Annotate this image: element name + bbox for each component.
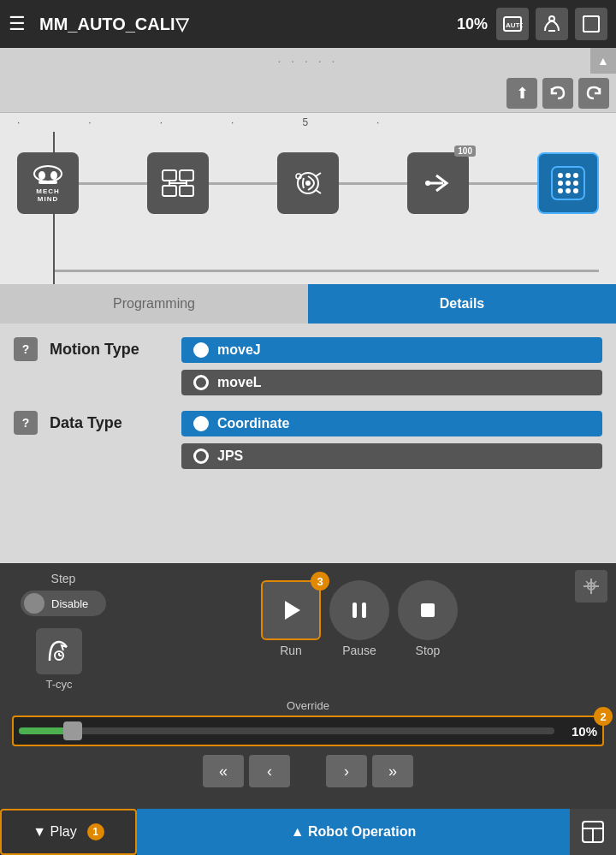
timeline-bottom-line: [53, 270, 599, 272]
svg-rect-47: [362, 603, 366, 618]
svg-point-31: [558, 181, 563, 186]
scroll-up-btn[interactable]: ▲: [590, 48, 616, 74]
motion-type-moveJ[interactable]: moveJ: [181, 337, 602, 363]
node-5-dice[interactable]: [537, 152, 599, 214]
svg-rect-18: [163, 186, 176, 196]
svg-marker-45: [285, 601, 300, 620]
data-type-row: ? Data Type Coordinate JPS: [14, 411, 602, 469]
svg-point-32: [566, 181, 571, 186]
radio-moveL-circle: [193, 375, 209, 390]
run-section: 3 Run: [261, 580, 321, 657]
svg-rect-46: [352, 603, 357, 618]
node-4[interactable]: 100: [407, 152, 469, 214]
hamburger-icon[interactable]: ☰: [9, 13, 26, 35]
data-type-help-btn[interactable]: ?: [14, 411, 38, 435]
auto-icon-btn[interactable]: AUTO: [496, 8, 529, 40]
upload-btn[interactable]: ⬆: [506, 78, 537, 109]
svg-point-33: [573, 181, 578, 186]
svg-point-30: [573, 173, 578, 178]
radio-moveL-label: moveL: [217, 375, 262, 390]
nav-forward-btn[interactable]: ›: [326, 755, 367, 787]
svg-point-13: [38, 171, 45, 180]
svg-point-12: [34, 166, 62, 181]
override-value: 10%: [561, 724, 597, 739]
svg-point-34: [558, 188, 563, 193]
svg-line-41: [594, 581, 596, 584]
motion-type-moveL[interactable]: moveL: [181, 370, 602, 395]
svg-line-40: [586, 581, 589, 584]
play-badge: 1: [87, 823, 104, 840]
nav-back-btn[interactable]: ‹: [249, 755, 290, 787]
slider-thumb[interactable]: [63, 721, 82, 740]
timeline-area: · · · · 5 · MECH MIND: [0, 113, 616, 284]
motion-type-label: Motion Type: [50, 337, 169, 361]
robot-operation-btn[interactable]: ▲ Robot Operation: [137, 809, 570, 855]
scroll-top-bar: · · · · · ▲: [0, 48, 616, 74]
svg-rect-3: [583, 16, 599, 32]
svg-point-14: [50, 171, 57, 180]
svg-rect-15: [38, 181, 57, 184]
step-label: Step: [51, 572, 76, 585]
data-type-options: Coordinate JPS: [181, 411, 602, 469]
scroll-dots: · · · · ·: [277, 54, 338, 68]
pause-btn[interactable]: [329, 580, 389, 640]
node-2[interactable]: [147, 152, 209, 214]
radio-jps-label: JPS: [217, 448, 243, 464]
undo-btn[interactable]: [542, 78, 573, 109]
run-label: Run: [280, 644, 302, 657]
step-section: Step Disable: [12, 572, 115, 616]
play-btn[interactable]: ▼ Play 1: [0, 809, 137, 855]
pause-section: Pause: [329, 580, 389, 657]
override-badge: 2: [594, 707, 613, 726]
motion-type-row: ? Motion Type moveJ moveL: [14, 337, 602, 395]
stop-btn[interactable]: [398, 580, 458, 640]
tabs-row: Programming Details: [0, 284, 616, 324]
radio-coordinate-label: Coordinate: [217, 416, 289, 431]
stop-label: Stop: [416, 644, 441, 657]
motion-type-options: moveJ moveL: [181, 337, 602, 395]
node-3[interactable]: [277, 152, 339, 214]
svg-text:AUTO: AUTO: [506, 21, 523, 29]
motion-type-help-btn[interactable]: ?: [14, 337, 38, 361]
svg-point-29: [566, 173, 571, 178]
details-panel: ? Motion Type moveJ moveL ? Data Type Co…: [0, 324, 616, 563]
play-btn-label: ▼ Play: [33, 824, 76, 840]
bottom-control: Step Disable T-cyc: [0, 563, 616, 773]
laser-icon-btn[interactable]: [575, 570, 607, 603]
slider-track: [19, 727, 554, 734]
nav-skip-back-btn[interactable]: «: [203, 755, 244, 787]
radio-moveJ-label: moveJ: [217, 342, 261, 358]
tab-details[interactable]: Details: [308, 284, 616, 324]
override-row: Override 10% 2: [12, 699, 604, 746]
radio-coordinate-circle: [193, 416, 209, 431]
toggle-knob: [24, 593, 44, 614]
tab-programming[interactable]: Programming: [0, 284, 308, 324]
node-mechmind[interactable]: MECH MIND: [17, 152, 79, 214]
run-btn[interactable]: [261, 580, 321, 640]
layout-btn[interactable]: [570, 809, 616, 855]
mechmind-logo: MECH MIND: [32, 163, 64, 203]
speed-percent: 10%: [457, 15, 488, 33]
redo-btn[interactable]: [578, 78, 609, 109]
left-controls: Step Disable T-cyc: [12, 572, 115, 691]
frame-icon-btn[interactable]: [575, 8, 607, 40]
nav-skip-forward-btn[interactable]: »: [372, 755, 413, 787]
app-title: MM_AUTO_CALI▽: [39, 14, 448, 34]
override-slider-wrap[interactable]: 10%: [12, 715, 604, 746]
run-btn-wrap: 3: [261, 580, 321, 640]
control-top-row: Step Disable T-cyc: [12, 572, 604, 691]
pause-label: Pause: [342, 644, 376, 657]
override-label: Override: [12, 699, 604, 712]
data-type-label: Data Type: [50, 411, 169, 435]
robot-teach-icon-btn[interactable]: [536, 8, 568, 40]
svg-point-26: [425, 181, 430, 186]
svg-rect-48: [421, 603, 435, 617]
top-icons: AUTO: [496, 8, 607, 40]
t-cyc-btn[interactable]: [36, 628, 82, 674]
run-badge: 3: [311, 572, 329, 591]
toggle-switch[interactable]: Disable: [21, 591, 106, 616]
data-type-jps[interactable]: JPS: [181, 443, 602, 469]
data-type-coordinate[interactable]: Coordinate: [181, 411, 602, 436]
robot-operation-label: ▲ Robot Operation: [291, 824, 417, 840]
svg-rect-19: [180, 186, 193, 196]
